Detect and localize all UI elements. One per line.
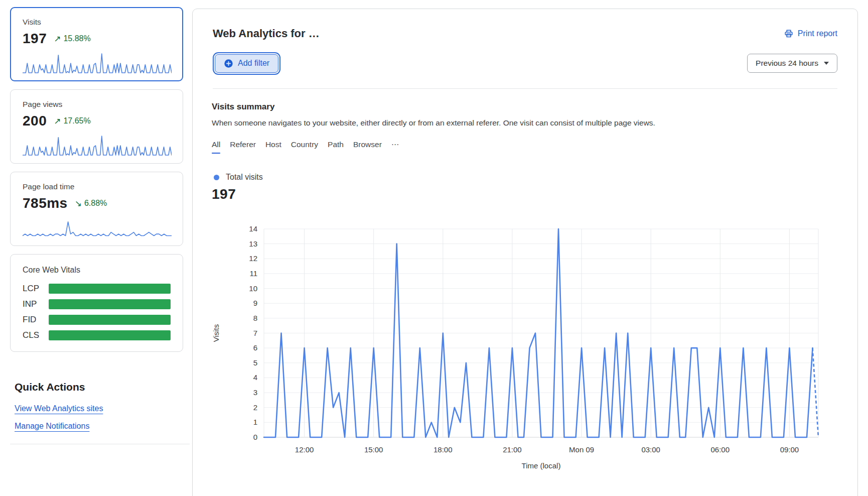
trend-down-arrow-icon: ↘ bbox=[75, 198, 82, 209]
tab-host[interactable]: Host bbox=[265, 140, 281, 154]
svg-text:1: 1 bbox=[253, 418, 257, 426]
svg-text:09:00: 09:00 bbox=[780, 445, 799, 454]
svg-text:Visits: Visits bbox=[212, 324, 220, 342]
visits-trend: ↗ 15.88% bbox=[54, 34, 91, 44]
page-views-change: 17.65% bbox=[63, 116, 90, 126]
sidebar-divider bbox=[10, 444, 190, 444]
svg-text:9: 9 bbox=[253, 299, 257, 307]
trend-up-arrow-icon: ↗ bbox=[54, 34, 61, 44]
vital-label-cls: CLS bbox=[23, 330, 49, 340]
svg-text:13: 13 bbox=[249, 239, 257, 248]
svg-text:06:00: 06:00 bbox=[711, 445, 730, 454]
add-filter-button[interactable]: Add filter bbox=[215, 54, 278, 73]
print-report-label: Print report bbox=[798, 29, 837, 38]
metrics-sidebar: Visits 197 ↗ 15.88% Page views 200 ↗ 17.… bbox=[10, 7, 183, 444]
dimension-tabs: All Referer Host Country Path Browser ⋯ bbox=[212, 140, 838, 154]
visits-chart: 0123456789101112131412:0015:0018:0021:00… bbox=[212, 216, 838, 472]
vital-label-lcp: LCP bbox=[23, 284, 49, 294]
trend-up-arrow-icon: ↗ bbox=[54, 116, 61, 127]
vital-bar-cls bbox=[49, 330, 171, 340]
page-views-card-label: Page views bbox=[23, 100, 171, 109]
tab-path[interactable]: Path bbox=[328, 140, 344, 154]
vital-row-lcp: LCP bbox=[23, 284, 171, 294]
svg-text:12:00: 12:00 bbox=[295, 445, 314, 454]
tab-referer[interactable]: Referer bbox=[230, 140, 256, 154]
vital-label-inp: INP bbox=[23, 299, 49, 309]
tab-all[interactable]: All bbox=[212, 140, 220, 154]
vital-label-fid: FID bbox=[23, 315, 49, 325]
page-load-time-card[interactable]: Page load time 785ms ↘ 6.88% bbox=[10, 172, 183, 246]
svg-text:12: 12 bbox=[249, 254, 257, 263]
chart-legend: Total visits bbox=[212, 173, 838, 182]
visits-summary-title: Visits summary bbox=[212, 102, 838, 112]
tab-browser[interactable]: Browser bbox=[353, 140, 382, 154]
svg-text:14: 14 bbox=[249, 224, 257, 233]
svg-text:4: 4 bbox=[253, 373, 257, 382]
svg-text:18:00: 18:00 bbox=[433, 445, 453, 454]
page-title: Web Analytics for … bbox=[213, 27, 320, 40]
chevron-down-icon bbox=[824, 62, 829, 65]
svg-text:Time (local): Time (local) bbox=[522, 461, 561, 470]
vital-bar-fid bbox=[49, 315, 171, 325]
page-load-time-trend: ↘ 6.88% bbox=[75, 198, 107, 209]
svg-text:15:00: 15:00 bbox=[364, 445, 383, 454]
page-load-time-card-value: 785ms bbox=[23, 195, 68, 211]
vital-row-fid: FID bbox=[23, 315, 171, 325]
svg-text:Mon 09: Mon 09 bbox=[569, 445, 594, 454]
visits-sparkline bbox=[23, 52, 172, 74]
more-tabs-button[interactable]: ⋯ bbox=[391, 140, 399, 154]
print-report-button[interactable]: Print report bbox=[784, 29, 837, 39]
page-views-card[interactable]: Page views 200 ↗ 17.65% bbox=[10, 89, 183, 164]
total-visits-value: 197 bbox=[212, 186, 838, 202]
total-visits-legend-label: Total visits bbox=[226, 173, 263, 182]
svg-text:10: 10 bbox=[249, 284, 257, 293]
visits-card[interactable]: Visits 197 ↗ 15.88% bbox=[10, 7, 183, 81]
printer-icon bbox=[784, 29, 794, 39]
vital-row-cls: CLS bbox=[23, 330, 171, 340]
visits-card-value: 197 bbox=[23, 31, 47, 47]
visits-change: 15.88% bbox=[63, 34, 90, 43]
page-views-sparkline bbox=[23, 134, 172, 156]
manage-notifications-link[interactable]: Manage Notifications bbox=[15, 422, 183, 431]
svg-text:6: 6 bbox=[253, 343, 257, 352]
page-load-time-change: 6.88% bbox=[84, 199, 107, 208]
svg-text:21:00: 21:00 bbox=[503, 445, 522, 454]
quick-actions-title: Quick Actions bbox=[15, 381, 183, 393]
time-range-dropdown[interactable]: Previous 24 hours bbox=[747, 54, 837, 73]
svg-text:7: 7 bbox=[253, 329, 257, 337]
core-web-vitals-title: Core Web Vitals bbox=[23, 266, 171, 275]
svg-text:2: 2 bbox=[253, 403, 257, 412]
page-load-time-sparkline bbox=[23, 216, 172, 238]
page-load-time-card-label: Page load time bbox=[23, 182, 171, 191]
svg-text:8: 8 bbox=[253, 314, 257, 322]
add-filter-label: Add filter bbox=[238, 59, 269, 68]
quick-actions-section: Quick Actions View Web Analytics sites M… bbox=[10, 381, 183, 444]
tab-country[interactable]: Country bbox=[291, 140, 318, 154]
core-web-vitals-card: Core Web Vitals LCP INP FID CLS bbox=[10, 254, 183, 352]
vital-bar-lcp bbox=[49, 284, 171, 294]
page-views-trend: ↗ 17.65% bbox=[54, 116, 91, 127]
analytics-panel: Web Analytics for … Print report Add fil… bbox=[192, 9, 858, 496]
svg-text:03:00: 03:00 bbox=[641, 445, 660, 454]
svg-text:0: 0 bbox=[253, 433, 257, 441]
svg-text:11: 11 bbox=[249, 269, 257, 278]
svg-text:3: 3 bbox=[253, 388, 257, 397]
plus-circle-icon bbox=[224, 59, 233, 68]
visits-line-chart: 0123456789101112131412:0015:0018:0021:00… bbox=[212, 216, 839, 470]
visits-summary-description: When someone navigates to your website, … bbox=[212, 118, 838, 128]
view-web-analytics-sites-link[interactable]: View Web Analytics sites bbox=[15, 404, 183, 413]
page-views-card-value: 200 bbox=[23, 113, 47, 129]
vital-row-inp: INP bbox=[23, 299, 171, 309]
visits-card-label: Visits bbox=[23, 18, 171, 27]
svg-text:5: 5 bbox=[253, 358, 257, 367]
vital-bar-inp bbox=[49, 299, 171, 309]
total-visits-legend-dot-icon bbox=[214, 175, 219, 180]
time-range-label: Previous 24 hours bbox=[756, 59, 818, 68]
